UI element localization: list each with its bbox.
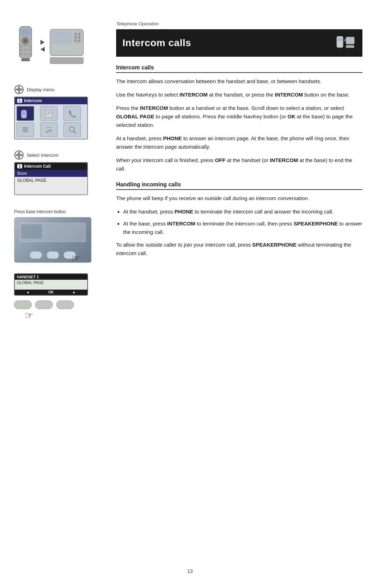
title-phones-icon bbox=[336, 35, 355, 51]
svg-point-18 bbox=[78, 33, 80, 35]
navkey-icon bbox=[14, 85, 24, 94]
base-photo: ☞ bbox=[14, 217, 91, 263]
title-bar: Intercom calls bbox=[116, 29, 362, 57]
menu-icon-intercom bbox=[17, 106, 34, 121]
intercom-screen-header: 1 Intercom Call bbox=[15, 163, 87, 170]
svg-point-19 bbox=[75, 36, 77, 38]
svg-rect-15 bbox=[52, 31, 72, 44]
press-base-label: Press base Intercom button. bbox=[14, 209, 67, 214]
svg-rect-57 bbox=[347, 38, 352, 42]
handset-btn-left bbox=[14, 301, 32, 309]
intercom-row-global: GLOBAL PAGE bbox=[15, 177, 87, 184]
svg-point-21 bbox=[75, 39, 77, 42]
svg-marker-30 bbox=[21, 88, 23, 91]
dots-icon bbox=[44, 125, 54, 135]
handset-display-row1: GLOBAL PAGE bbox=[15, 280, 87, 285]
svg-marker-51 bbox=[18, 157, 20, 159]
svg-marker-29 bbox=[15, 88, 17, 91]
category-label: Telephone Operation bbox=[116, 21, 362, 26]
arrow-left-icon bbox=[40, 47, 45, 52]
svg-marker-53 bbox=[21, 154, 23, 156]
handset-btn-center bbox=[35, 301, 53, 309]
handling-intro: The phone will beep if you receive an ou… bbox=[116, 194, 362, 203]
svg-point-33 bbox=[23, 115, 25, 117]
svg-point-5 bbox=[24, 45, 26, 47]
svg-rect-58 bbox=[346, 45, 354, 48]
svg-rect-32 bbox=[22, 112, 26, 114]
handling-closing: To allow the outside caller to join your… bbox=[116, 241, 362, 258]
menu-header-text: Intercom bbox=[24, 98, 42, 103]
intercom-para-4: At a handset, press PHONE to answer an i… bbox=[116, 134, 362, 151]
handset-btn-right bbox=[56, 301, 74, 309]
page-title: Intercom calls bbox=[122, 37, 191, 49]
intercom-calls-section: Intercom calls The intercom allows conve… bbox=[116, 64, 362, 173]
softkey-left-icon: ◄ bbox=[17, 290, 39, 294]
right-column: Telephone Operation Intercom calls bbox=[109, 21, 380, 567]
menu-screen-header: 1 Intercom bbox=[15, 97, 87, 104]
svg-rect-23 bbox=[52, 45, 72, 52]
svg-rect-13 bbox=[21, 58, 30, 61]
intercom-para-5: When your intercom call is finished, pre… bbox=[116, 156, 362, 173]
display-menu-row: Display menu bbox=[14, 85, 55, 94]
menu-screen-body bbox=[15, 104, 87, 139]
handling-bullets: At the handset, press PHONE to terminate… bbox=[123, 208, 362, 236]
intercom-row-base: Base bbox=[15, 170, 87, 177]
handset-softkeys-row: ◄ OK ► bbox=[15, 290, 87, 295]
arrow-right-icon bbox=[40, 40, 45, 45]
menu-icon-settings bbox=[17, 122, 34, 137]
bullet-2: At the base, press INTERCOM to terminate… bbox=[123, 219, 362, 236]
svg-point-49 bbox=[17, 153, 21, 157]
svg-marker-52 bbox=[15, 154, 17, 156]
svg-point-8 bbox=[24, 49, 26, 51]
intercom-icon bbox=[20, 108, 31, 119]
handling-incoming-section: Handling incoming calls The phone will b… bbox=[116, 181, 362, 258]
svg-point-11 bbox=[24, 53, 26, 55]
softkey-right-icon: ► bbox=[63, 290, 85, 294]
menu-icon-search bbox=[63, 122, 81, 137]
svg-point-17 bbox=[75, 33, 77, 35]
intercom-calls-title: Intercom calls bbox=[116, 64, 362, 73]
svg-line-47 bbox=[74, 131, 76, 133]
hand-icon-2: ☞ bbox=[25, 310, 33, 321]
search-icon bbox=[67, 125, 77, 135]
settings-icon bbox=[20, 125, 30, 135]
menu-icon-dots bbox=[40, 122, 58, 137]
left-column: Display menu 1 Intercom bbox=[0, 21, 109, 567]
bullet-1: At the handset, press PHONE to terminate… bbox=[123, 208, 362, 216]
softkey-ok-icon: OK bbox=[40, 290, 62, 294]
svg-point-42 bbox=[46, 131, 48, 133]
menu-header-num: 1 bbox=[17, 99, 22, 103]
intercom-para-1: The intercom allows conversation between… bbox=[116, 77, 362, 86]
svg-rect-55 bbox=[337, 38, 342, 41]
hand-icon: ☞ bbox=[72, 253, 81, 263]
svg-point-4 bbox=[20, 45, 22, 47]
svg-point-22 bbox=[78, 39, 80, 42]
book-icon bbox=[44, 109, 54, 118]
select-intercom-row: Select Intercom bbox=[14, 150, 58, 160]
intercom-header-num: 1 bbox=[17, 164, 22, 168]
svg-marker-50 bbox=[18, 151, 20, 153]
svg-rect-41 bbox=[23, 131, 28, 132]
handling-incoming-title: Handling incoming calls bbox=[116, 181, 362, 190]
base-buttons bbox=[30, 251, 76, 259]
select-intercom-label: Select Intercom bbox=[27, 153, 58, 158]
direction-arrows bbox=[40, 40, 45, 52]
svg-rect-24 bbox=[50, 57, 83, 64]
intercom-header-text: Intercom Call bbox=[24, 164, 51, 169]
base-btn-2 bbox=[46, 251, 59, 259]
svg-point-7 bbox=[20, 49, 22, 51]
svg-rect-39 bbox=[23, 128, 28, 128]
svg-point-20 bbox=[78, 36, 80, 38]
svg-marker-59 bbox=[344, 39, 345, 41]
phone-illustration bbox=[14, 25, 85, 67]
intercom-screen: 1 Intercom Call Base GLOBAL PAGE bbox=[14, 162, 88, 195]
svg-rect-40 bbox=[23, 129, 28, 130]
handset-display: HANDSET 1 GLOBAL PAGE ◄ OK ► bbox=[14, 273, 88, 296]
svg-point-6 bbox=[28, 45, 31, 47]
svg-point-12 bbox=[28, 53, 31, 55]
svg-point-9 bbox=[28, 49, 31, 51]
menu-screen: 1 Intercom bbox=[14, 97, 88, 140]
svg-point-44 bbox=[50, 130, 52, 131]
title-bar-icon bbox=[335, 34, 356, 52]
phone-icon bbox=[67, 109, 77, 118]
